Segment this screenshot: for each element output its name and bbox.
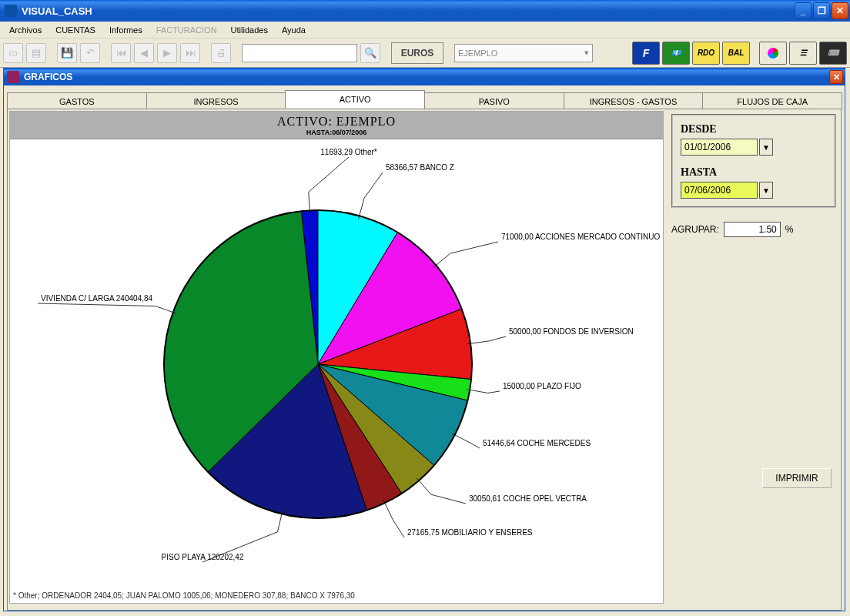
- child-title: GRAFICOS: [24, 72, 829, 82]
- tab-gastos[interactable]: GASTOS: [7, 92, 147, 109]
- slice-label: 30050,61 COCHE OPEL VECTRA: [469, 494, 587, 503]
- main-title: VISUAL_CASH: [22, 5, 795, 17]
- save-icon[interactable]: 💾: [57, 43, 77, 63]
- agrupar-row: AGRUPAR: %: [671, 222, 836, 237]
- menu-utilidades[interactable]: Utilidades: [225, 24, 274, 36]
- print-icon[interactable]: 🖨: [211, 43, 231, 63]
- account-combo-value: EJEMPLO: [458, 49, 497, 58]
- date-frame: DESDE 01/01/2006 ▼ HASTA 07/06/2006 ▼: [671, 114, 836, 208]
- pie-icon: [768, 48, 778, 59]
- imprimir-button[interactable]: IMPRIMIR: [762, 468, 832, 488]
- side-panel: DESDE 01/01/2006 ▼ HASTA 07/06/2006 ▼ AG…: [671, 114, 836, 488]
- child-titlebar: GRAFICOS ✕: [4, 69, 845, 85]
- pie-chart: 11693,29 Other*58366,57 BANCO Z71000,00 …: [10, 139, 663, 603]
- open-icon[interactable]: ▤: [26, 43, 46, 63]
- list-icon-button[interactable]: ☰: [789, 42, 817, 65]
- desde-label: DESDE: [681, 123, 827, 136]
- slice-label: 71000,00 ACCIONES MERCADO CONTINUO: [501, 233, 660, 241]
- euros-button[interactable]: EUROS: [391, 42, 443, 64]
- tab-flujos[interactable]: FLUJOS DE CAJA: [702, 92, 842, 109]
- slice-label: 58366,57 BANCO Z: [386, 163, 454, 172]
- hasta-label: HASTA: [681, 166, 827, 179]
- slice-label: PISO PLAYA 120202,42: [162, 553, 244, 561]
- chart-panel: ACTIVO: EJEMPLO HASTA:06/07/2006 11693,2…: [9, 111, 664, 604]
- slice-label: 11693,29 Other*: [320, 148, 376, 156]
- slice-label: 27165,75 MOBILIARIO Y ENSERES: [407, 528, 533, 537]
- undo-icon[interactable]: ↶: [80, 43, 100, 63]
- rdo-button[interactable]: RDO: [692, 42, 720, 65]
- tab-pasivo[interactable]: PASIVO: [424, 92, 564, 109]
- menu-ayuda[interactable]: Ayuda: [276, 24, 312, 36]
- account-combo[interactable]: EJEMPLO: [454, 44, 593, 62]
- slice-label: 50000,00 FONDOS DE INVERSION: [509, 327, 634, 336]
- slice-label: 15000,00 PLAZO FIJO: [503, 382, 581, 390]
- minimize-button[interactable]: _: [795, 2, 812, 19]
- graficos-window: GRAFICOS ✕ GASTOS INGRESOS ACTIVO PASIVO…: [3, 68, 845, 611]
- menu-informes[interactable]: Informes: [103, 24, 149, 36]
- slice-label: 51446,64 COCHE MERCEDES: [483, 439, 591, 447]
- big-button-money[interactable]: 💶: [662, 42, 690, 65]
- next-icon[interactable]: ▶: [157, 43, 177, 63]
- big-button-f[interactable]: F: [632, 42, 660, 65]
- slice-label: VIVIENDA C/ LARGA 240404,84: [41, 294, 153, 303]
- main-titlebar: VISUAL_CASH _ ❐ ✕: [0, 0, 850, 22]
- maximize-button[interactable]: ❐: [813, 2, 830, 19]
- menu-archivos[interactable]: Archivos: [3, 24, 48, 36]
- menubar: Archivos CUENTAS Informes FACTURACION Ut…: [0, 22, 850, 38]
- menu-facturacion: FACTURACION: [150, 24, 223, 36]
- keyboard-icon-button[interactable]: ⌨: [819, 42, 847, 65]
- bal-button[interactable]: BAL: [722, 42, 750, 65]
- app-icon: [5, 5, 17, 17]
- chart-header: ACTIVO: EJEMPLO HASTA:06/07/2006: [10, 112, 663, 139]
- tab-content: ACTIVO: EJEMPLO HASTA:06/07/2006 11693,2…: [7, 109, 842, 611]
- tab-ingresos-gastos[interactable]: INGRESOS - GASTOS: [564, 92, 704, 109]
- tab-ingresos[interactable]: INGRESOS: [146, 92, 286, 109]
- hasta-input[interactable]: 07/06/2006: [681, 182, 758, 199]
- chart-icon-button[interactable]: [759, 42, 787, 65]
- close-button[interactable]: ✕: [832, 2, 848, 19]
- tab-activo[interactable]: ACTIVO: [285, 90, 425, 109]
- chart-body: 11693,29 Other*58366,57 BANCO Z71000,00 …: [10, 139, 663, 603]
- chart-subtitle: HASTA:06/07/2006: [306, 129, 366, 136]
- menu-cuentas[interactable]: CUENTAS: [49, 24, 102, 36]
- chart-title: ACTIVO: EJEMPLO: [277, 115, 396, 129]
- prev-icon[interactable]: ◀: [134, 43, 154, 63]
- new-icon[interactable]: ▭: [3, 43, 23, 63]
- agrupar-input[interactable]: [724, 222, 781, 237]
- agrupar-label: AGRUPAR:: [671, 224, 719, 235]
- first-icon[interactable]: ⏮: [111, 43, 131, 63]
- child-close-button[interactable]: ✕: [829, 70, 843, 84]
- last-icon[interactable]: ⏭: [180, 43, 200, 63]
- chart-footnote: * Other; ORDENADOR 2404,05; JUAN PALOMO …: [13, 591, 355, 600]
- toolbar-search-input[interactable]: [242, 44, 357, 62]
- tabstrip: GASTOS INGRESOS ACTIVO PASIVO INGRESOS -…: [4, 85, 845, 109]
- mdi-area: GRAFICOS ✕ GASTOS INGRESOS ACTIVO PASIVO…: [0, 68, 850, 616]
- desde-dropdown[interactable]: ▼: [759, 139, 773, 156]
- toolbar: ▭ ▤ 💾 ↶ ⏮ ◀ ▶ ⏭ 🖨 🔍 EUROS EJEMPLO F 💶 RD…: [0, 38, 850, 68]
- hasta-dropdown[interactable]: ▼: [759, 182, 773, 199]
- agrupar-percent: %: [785, 224, 794, 235]
- desde-input[interactable]: 01/01/2006: [681, 139, 758, 156]
- child-window-icon: [7, 71, 19, 83]
- find-icon[interactable]: 🔍: [360, 43, 380, 63]
